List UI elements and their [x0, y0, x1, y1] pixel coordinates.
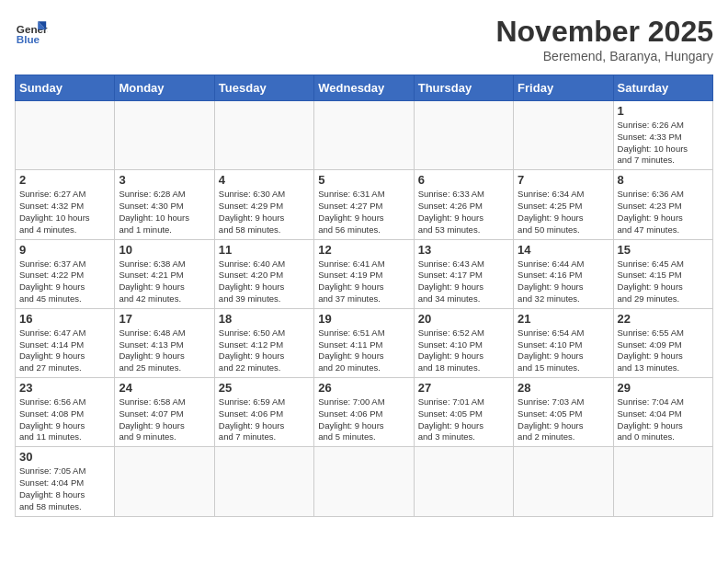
calendar-cell	[214, 101, 313, 170]
calendar-cell	[414, 101, 513, 170]
day-info: Sunrise: 7:01 AM Sunset: 4:05 PM Dayligh…	[418, 396, 509, 443]
calendar-cell: 28Sunrise: 7:03 AM Sunset: 4:05 PM Dayli…	[514, 378, 613, 447]
day-info: Sunrise: 6:38 AM Sunset: 4:21 PM Dayligh…	[119, 259, 210, 305]
calendar-cell: 6Sunrise: 6:33 AM Sunset: 4:26 PM Daylig…	[414, 170, 513, 239]
calendar-cell: 12Sunrise: 6:41 AM Sunset: 4:19 PM Dayli…	[314, 239, 414, 308]
calendar-cell: 10Sunrise: 6:38 AM Sunset: 4:21 PM Dayli…	[115, 239, 214, 308]
day-number: 7	[518, 173, 609, 187]
calendar-header-tuesday: Tuesday	[214, 75, 313, 101]
day-info: Sunrise: 6:44 AM Sunset: 4:16 PM Dayligh…	[518, 259, 609, 305]
calendar-header-wednesday: Wednesday	[314, 75, 414, 101]
calendar-cell	[314, 447, 414, 516]
day-number: 6	[418, 173, 509, 187]
day-number: 4	[219, 173, 310, 187]
day-number: 25	[219, 381, 310, 395]
day-number: 24	[119, 381, 210, 395]
day-number: 20	[418, 312, 509, 326]
calendar-header-row: SundayMondayTuesdayWednesdayThursdayFrid…	[16, 75, 713, 101]
day-info: Sunrise: 6:54 AM Sunset: 4:10 PM Dayligh…	[518, 327, 609, 374]
calendar-cell: 11Sunrise: 6:40 AM Sunset: 4:20 PM Dayli…	[214, 239, 313, 308]
calendar-cell: 7Sunrise: 6:34 AM Sunset: 4:25 PM Daylig…	[514, 170, 613, 239]
calendar-cell: 21Sunrise: 6:54 AM Sunset: 4:10 PM Dayli…	[514, 308, 613, 377]
calendar-cell: 19Sunrise: 6:51 AM Sunset: 4:11 PM Dayli…	[314, 308, 414, 377]
day-number: 30	[19, 450, 110, 464]
day-info: Sunrise: 6:47 AM Sunset: 4:14 PM Dayligh…	[19, 327, 110, 374]
calendar-cell: 24Sunrise: 6:58 AM Sunset: 4:07 PM Dayli…	[115, 378, 214, 447]
calendar-cell	[115, 101, 214, 170]
day-info: Sunrise: 7:05 AM Sunset: 4:04 PM Dayligh…	[19, 465, 110, 512]
day-info: Sunrise: 6:51 AM Sunset: 4:11 PM Dayligh…	[318, 327, 409, 374]
calendar-cell	[514, 101, 613, 170]
calendar-table: SundayMondayTuesdayWednesdayThursdayFrid…	[15, 75, 713, 517]
header: General Blue November 2025 Beremend, Bar…	[15, 15, 713, 63]
day-info: Sunrise: 6:41 AM Sunset: 4:19 PM Dayligh…	[318, 259, 409, 305]
calendar-cell	[115, 447, 214, 516]
calendar-week-row: 23Sunrise: 6:56 AM Sunset: 4:08 PM Dayli…	[16, 378, 713, 447]
day-info: Sunrise: 6:33 AM Sunset: 4:26 PM Dayligh…	[418, 189, 509, 236]
day-number: 28	[518, 381, 609, 395]
calendar-cell: 23Sunrise: 6:56 AM Sunset: 4:08 PM Dayli…	[16, 378, 115, 447]
day-number: 16	[19, 312, 110, 326]
day-info: Sunrise: 6:36 AM Sunset: 4:23 PM Dayligh…	[618, 189, 709, 236]
day-info: Sunrise: 6:37 AM Sunset: 4:22 PM Dayligh…	[19, 259, 110, 305]
day-info: Sunrise: 6:26 AM Sunset: 4:33 PM Dayligh…	[618, 120, 709, 167]
day-number: 9	[19, 243, 110, 257]
day-number: 21	[518, 312, 609, 326]
calendar-cell	[514, 447, 613, 516]
calendar-cell	[214, 447, 313, 516]
calendar-cell: 16Sunrise: 6:47 AM Sunset: 4:14 PM Dayli…	[16, 308, 115, 377]
day-info: Sunrise: 6:48 AM Sunset: 4:13 PM Dayligh…	[119, 327, 210, 374]
calendar-subtitle: Beremend, Baranya, Hungary	[495, 49, 713, 63]
svg-text:Blue: Blue	[17, 33, 40, 45]
day-info: Sunrise: 6:45 AM Sunset: 4:15 PM Dayligh…	[618, 259, 709, 305]
calendar-title: November 2025	[495, 15, 713, 49]
calendar-cell: 20Sunrise: 6:52 AM Sunset: 4:10 PM Dayli…	[414, 308, 513, 377]
title-area: November 2025 Beremend, Baranya, Hungary	[495, 15, 713, 63]
calendar-week-row: 1Sunrise: 6:26 AM Sunset: 4:33 PM Daylig…	[16, 101, 713, 170]
day-number: 26	[318, 381, 409, 395]
calendar-cell: 1Sunrise: 6:26 AM Sunset: 4:33 PM Daylig…	[613, 101, 712, 170]
day-info: Sunrise: 6:56 AM Sunset: 4:08 PM Dayligh…	[19, 396, 110, 443]
calendar-cell: 26Sunrise: 7:00 AM Sunset: 4:06 PM Dayli…	[314, 378, 414, 447]
calendar-week-row: 9Sunrise: 6:37 AM Sunset: 4:22 PM Daylig…	[16, 239, 713, 308]
calendar-header-saturday: Saturday	[613, 75, 712, 101]
day-number: 17	[119, 312, 210, 326]
logo: General Blue	[15, 15, 48, 48]
calendar-cell: 17Sunrise: 6:48 AM Sunset: 4:13 PM Dayli…	[115, 308, 214, 377]
calendar-header-thursday: Thursday	[414, 75, 513, 101]
calendar-cell	[414, 447, 513, 516]
day-info: Sunrise: 6:30 AM Sunset: 4:29 PM Dayligh…	[219, 189, 310, 236]
calendar-cell: 27Sunrise: 7:01 AM Sunset: 4:05 PM Dayli…	[414, 378, 513, 447]
day-info: Sunrise: 6:55 AM Sunset: 4:09 PM Dayligh…	[618, 327, 709, 374]
calendar-cell: 9Sunrise: 6:37 AM Sunset: 4:22 PM Daylig…	[16, 239, 115, 308]
calendar-cell: 4Sunrise: 6:30 AM Sunset: 4:29 PM Daylig…	[214, 170, 313, 239]
logo-icon: General Blue	[15, 15, 48, 48]
calendar-cell: 29Sunrise: 7:04 AM Sunset: 4:04 PM Dayli…	[613, 378, 712, 447]
day-number: 12	[318, 243, 409, 257]
day-info: Sunrise: 6:27 AM Sunset: 4:32 PM Dayligh…	[19, 189, 110, 236]
day-info: Sunrise: 6:59 AM Sunset: 4:06 PM Dayligh…	[219, 396, 310, 443]
day-info: Sunrise: 6:34 AM Sunset: 4:25 PM Dayligh…	[518, 189, 609, 236]
day-info: Sunrise: 6:28 AM Sunset: 4:30 PM Dayligh…	[119, 189, 210, 236]
day-number: 14	[518, 243, 609, 257]
day-number: 19	[318, 312, 409, 326]
calendar-cell: 14Sunrise: 6:44 AM Sunset: 4:16 PM Dayli…	[514, 239, 613, 308]
day-number: 1	[618, 104, 709, 118]
day-info: Sunrise: 6:31 AM Sunset: 4:27 PM Dayligh…	[318, 189, 409, 236]
calendar-cell: 13Sunrise: 6:43 AM Sunset: 4:17 PM Dayli…	[414, 239, 513, 308]
calendar-cell	[613, 447, 712, 516]
calendar-cell: 18Sunrise: 6:50 AM Sunset: 4:12 PM Dayli…	[214, 308, 313, 377]
calendar-week-row: 30Sunrise: 7:05 AM Sunset: 4:04 PM Dayli…	[16, 447, 713, 516]
day-number: 18	[219, 312, 310, 326]
day-info: Sunrise: 6:58 AM Sunset: 4:07 PM Dayligh…	[119, 396, 210, 443]
day-number: 5	[318, 173, 409, 187]
day-number: 11	[219, 243, 310, 257]
day-number: 10	[119, 243, 210, 257]
calendar-cell: 5Sunrise: 6:31 AM Sunset: 4:27 PM Daylig…	[314, 170, 414, 239]
calendar-week-row: 16Sunrise: 6:47 AM Sunset: 4:14 PM Dayli…	[16, 308, 713, 377]
calendar-header-monday: Monday	[115, 75, 214, 101]
day-info: Sunrise: 6:50 AM Sunset: 4:12 PM Dayligh…	[219, 327, 310, 374]
day-info: Sunrise: 7:03 AM Sunset: 4:05 PM Dayligh…	[518, 396, 609, 443]
day-number: 2	[19, 173, 110, 187]
calendar-cell: 22Sunrise: 6:55 AM Sunset: 4:09 PM Dayli…	[613, 308, 712, 377]
